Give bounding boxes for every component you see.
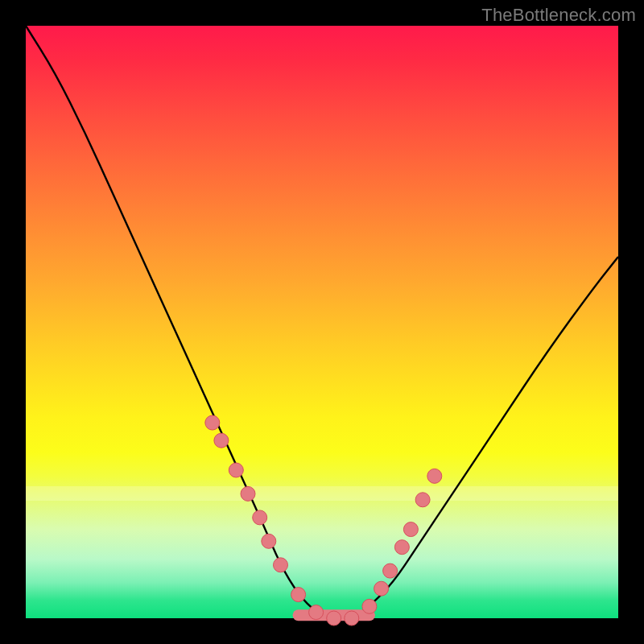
marker-dot [327, 611, 341, 625]
marker-dot [262, 534, 276, 548]
marker-dot [374, 581, 389, 596]
marker-dot [383, 564, 398, 578]
marker-dot [345, 611, 359, 625]
marker-dot [403, 522, 418, 537]
marker-dot [362, 599, 377, 613]
marker-dot [274, 558, 288, 572]
marker-dot [427, 469, 442, 483]
marker-dot [291, 588, 306, 602]
marker-dot [394, 540, 409, 555]
marker-dot [309, 605, 324, 620]
marker-dot [214, 433, 229, 448]
curve-markers [205, 415, 442, 625]
watermark-text: TheBottleneck.com [481, 5, 636, 26]
marker-dot [253, 510, 267, 525]
marker-dot [241, 486, 255, 501]
marker-dot [205, 415, 220, 430]
marker-dot [229, 463, 243, 477]
chart-frame: TheBottleneck.com [0, 0, 644, 644]
chart-svg [26, 26, 618, 618]
bottleneck-curve [26, 26, 618, 618]
marker-dot [415, 493, 430, 507]
